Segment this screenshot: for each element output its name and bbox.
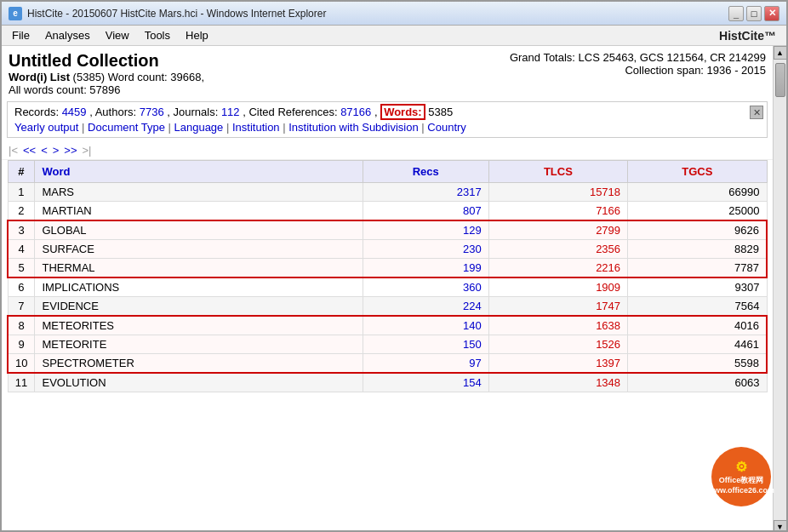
cell-recs[interactable]: 360 [363, 277, 488, 297]
cell-tlcs[interactable]: 7166 [488, 202, 627, 221]
table-row: 8 METEORITES 140 1638 4016 [8, 316, 767, 335]
cell-tlcs[interactable]: 2216 [488, 259, 627, 278]
cell-num: 9 [8, 335, 35, 354]
restore-button[interactable]: □ [746, 6, 762, 21]
menu-tools[interactable]: Tools [138, 27, 177, 43]
content-area: Untitled Collection Word(i) List (5385) … [2, 46, 786, 532]
cell-tlcs[interactable]: 1638 [488, 316, 627, 335]
cell-word: IMPLICATIONS [35, 277, 363, 297]
authors-link[interactable]: 7736 [140, 106, 164, 118]
scroll-thumb[interactable] [775, 63, 785, 97]
cell-tgcs: 8829 [628, 240, 767, 259]
cell-tlcs[interactable]: 1909 [488, 277, 627, 297]
country-link[interactable]: Country [427, 121, 466, 134]
records-row: Records: 4459 , Authors: 7736 , Journals… [14, 106, 760, 118]
cell-recs[interactable]: 129 [363, 220, 488, 240]
cell-recs[interactable]: 224 [363, 297, 488, 317]
words-value: 5385 [428, 106, 453, 118]
col-header-recs[interactable]: Recs [363, 161, 488, 183]
close-button[interactable]: ✕ [764, 6, 779, 21]
language-link[interactable]: Language [174, 121, 223, 134]
cell-num: 7 [8, 297, 35, 317]
records-label: Records: [14, 106, 62, 118]
cell-word: EVOLUTION [35, 373, 363, 392]
grand-totals: Grand Totals: LCS 25463, GCS 121564, CR … [510, 51, 766, 64]
cell-tgcs: 7564 [628, 297, 767, 317]
cell-tgcs: 66990 [628, 183, 767, 202]
menu-analyses[interactable]: Analyses [38, 27, 97, 43]
scroll-track[interactable] [774, 60, 786, 520]
pagination-prev-prev[interactable]: << [23, 144, 36, 157]
cell-recs[interactable]: 230 [363, 240, 488, 259]
main-content: Untitled Collection Word(i) List (5385) … [2, 46, 773, 532]
cell-recs[interactable]: 199 [363, 259, 488, 278]
yearly-output-link[interactable]: Yearly output [14, 121, 78, 134]
cell-recs[interactable]: 154 [363, 373, 488, 392]
cell-recs[interactable]: 2317 [363, 183, 488, 202]
cell-tlcs[interactable]: 1526 [488, 335, 627, 354]
col-header-word[interactable]: Word [35, 161, 363, 183]
cited-link[interactable]: 87166 [340, 106, 371, 118]
cell-tlcs[interactable]: 1747 [488, 297, 627, 317]
scroll-down-button[interactable]: ▼ [774, 520, 787, 532]
institution-subdivision-link[interactable]: Institution with Subdivision [288, 121, 418, 134]
cell-word: MARS [35, 183, 363, 202]
table-row: 6 IMPLICATIONS 360 1909 9307 [8, 277, 767, 297]
col-header-tgcs[interactable]: TGCS [628, 161, 767, 183]
cell-recs[interactable]: 807 [363, 202, 488, 221]
cell-tgcs: 4461 [628, 335, 767, 354]
pagination-start: |< [9, 144, 18, 157]
cell-tlcs[interactable]: 1348 [488, 373, 627, 392]
journals-label: Journals: [174, 106, 221, 118]
watermark: ⚙ Office教程网 www.office26.com [711, 447, 771, 506]
table-row: 2 MARTIAN 807 7166 25000 [8, 202, 767, 221]
cell-num: 8 [8, 316, 35, 335]
journals-link[interactable]: 112 [221, 106, 240, 118]
menu-help[interactable]: Help [179, 27, 215, 43]
scrollbar[interactable]: ▲ ▼ [773, 46, 786, 532]
header-section: Untitled Collection Word(i) List (5385) … [2, 46, 773, 98]
word-list-info: Word(i) List (5385) Word count: 39668, [9, 71, 204, 83]
menu-view[interactable]: View [99, 27, 136, 43]
links-row: Yearly output | Document Type | Language… [14, 121, 760, 134]
pagination-next-next[interactable]: >> [64, 144, 77, 157]
collection-span: Collection span: 1936 - 2015 [510, 64, 766, 77]
cell-recs[interactable]: 97 [363, 354, 488, 374]
cell-word: THERMAL [35, 259, 363, 278]
browser-icon: e [9, 7, 22, 20]
cell-tgcs: 4016 [628, 316, 767, 335]
cell-tgcs: 7787 [628, 259, 767, 278]
words-highlight: Words: [380, 104, 425, 120]
title-bar-text: HistCite - 20150607 HistCite Mars.hci - … [27, 8, 326, 20]
cell-tlcs[interactable]: 2356 [488, 240, 627, 259]
institution-link[interactable]: Institution [232, 121, 280, 134]
cell-word: GLOBAL [35, 220, 363, 240]
cell-tlcs[interactable]: 1397 [488, 354, 627, 374]
cell-tlcs[interactable]: 15718 [488, 183, 627, 202]
minimize-button[interactable]: _ [728, 6, 744, 21]
cell-recs[interactable]: 150 [363, 335, 488, 354]
pagination-next[interactable]: > [53, 144, 60, 157]
col-header-num: # [8, 161, 35, 183]
cell-word: MARTIAN [35, 202, 363, 221]
cell-recs[interactable]: 140 [363, 316, 488, 335]
table-row: 7 EVIDENCE 224 1747 7564 [8, 297, 767, 317]
collection-title: Untitled Collection [9, 51, 204, 71]
window-controls[interactable]: _ □ ✕ [728, 6, 779, 21]
cell-num: 2 [8, 202, 35, 221]
document-type-link[interactable]: Document Type [88, 121, 165, 134]
cell-num: 4 [8, 240, 35, 259]
cell-tlcs[interactable]: 2799 [488, 220, 627, 240]
pagination-prev[interactable]: < [41, 144, 48, 157]
scroll-up-button[interactable]: ▲ [774, 46, 787, 60]
cell-num: 3 [8, 220, 35, 240]
records-link[interactable]: 4459 [62, 106, 87, 118]
menu-file[interactable]: File [5, 27, 37, 43]
nav-close-button[interactable]: ✕ [750, 106, 763, 119]
cell-tgcs: 25000 [628, 202, 767, 221]
title-bar: e HistCite - 20150607 HistCite Mars.hci … [2, 2, 786, 26]
pagination-end: >| [83, 144, 92, 157]
col-header-tlcs[interactable]: TLCS [488, 161, 627, 183]
title-bar-left: e HistCite - 20150607 HistCite Mars.hci … [9, 7, 326, 20]
cell-word: METEORITE [35, 335, 363, 354]
